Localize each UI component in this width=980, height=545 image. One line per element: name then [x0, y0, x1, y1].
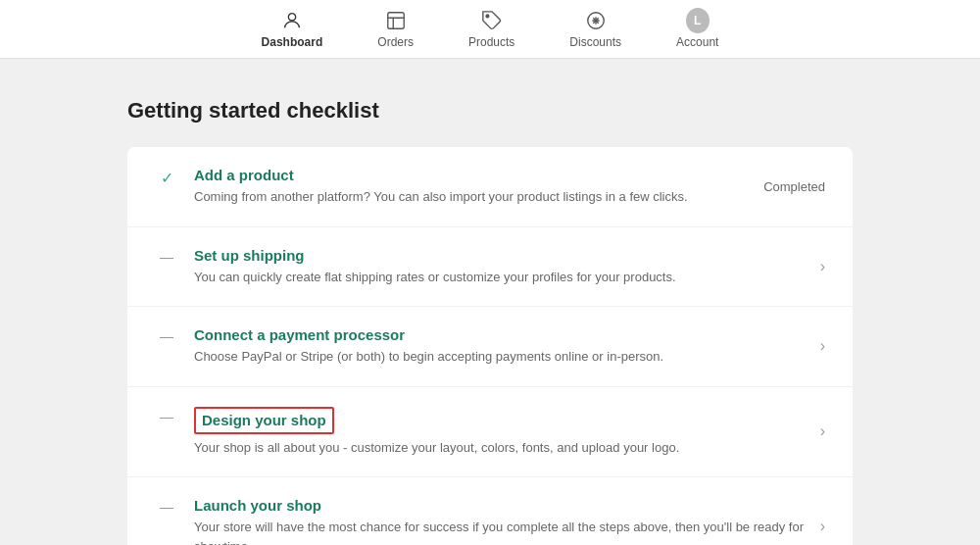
item-desc-add-product: Coming from another platform? You can al… — [194, 187, 748, 207]
nav-label-dashboard: Dashboard — [262, 35, 323, 49]
checklist-card: ✓ Add a product Coming from another plat… — [127, 147, 853, 545]
item-indicator-launch-shop: — — [155, 499, 178, 515]
item-content-connect-payment: Connect a payment processor Choose PayPa… — [194, 326, 805, 367]
checklist-item-launch-shop[interactable]: — Launch your shop Your store will have … — [127, 477, 853, 545]
main-content: Getting started checklist ✓ Add a produc… — [49, 59, 931, 545]
nav-item-products[interactable]: Products — [461, 5, 522, 53]
nav-label-products: Products — [468, 35, 514, 49]
chevron-icon-launch: › — [820, 518, 825, 535]
item-content-launch-shop: Launch your shop Your store will have th… — [194, 497, 805, 545]
chevron-icon-design: › — [820, 422, 825, 440]
item-indicator-design-shop: — — [155, 409, 178, 424]
page-title: Getting started checklist — [127, 98, 853, 124]
nav-label-orders: Orders — [377, 35, 414, 49]
item-content-add-product: Add a product Coming from another platfo… — [194, 167, 748, 207]
item-title-add-product: Add a product — [194, 167, 748, 183]
nav-item-discounts[interactable]: Discounts — [562, 5, 629, 53]
item-desc-connect-payment: Choose PayPal or Stripe (or both) to beg… — [194, 347, 805, 367]
nav-label-account: Account — [676, 35, 718, 49]
nav-item-orders[interactable]: Orders — [369, 5, 421, 53]
checklist-item-setup-shipping[interactable]: — Set up shipping You can quickly create… — [127, 227, 853, 308]
chevron-icon-shipping: › — [820, 258, 825, 275]
svg-point-2 — [486, 15, 489, 18]
top-navigation: Dashboard Orders Products — [0, 0, 980, 59]
account-avatar: L — [686, 8, 710, 33]
svg-rect-1 — [387, 13, 404, 29]
item-indicator-connect-payment: — — [155, 328, 178, 344]
checklist-item-design-shop[interactable]: — Design your shop Your shop is all abou… — [127, 387, 853, 478]
item-title-connect-payment: Connect a payment processor — [194, 326, 805, 343]
item-title-design-shop: Design your shop — [194, 407, 805, 434]
item-content-design-shop: Design your shop Your shop is all about … — [194, 407, 805, 458]
svg-point-0 — [288, 14, 295, 21]
dashboard-icon — [280, 9, 304, 32]
item-desc-setup-shipping: You can quickly create flat shipping rat… — [194, 268, 805, 287]
item-content-setup-shipping: Set up shipping You can quickly create f… — [194, 247, 805, 287]
nav-item-dashboard[interactable]: Dashboard — [254, 5, 331, 53]
item-desc-launch-shop: Your store will have the most chance for… — [194, 518, 805, 545]
checklist-item-add-product[interactable]: ✓ Add a product Coming from another plat… — [127, 147, 853, 227]
nav-label-discounts: Discounts — [569, 35, 621, 49]
item-title-setup-shipping: Set up shipping — [194, 247, 805, 264]
account-icon: L — [686, 9, 710, 32]
products-icon — [480, 9, 504, 32]
chevron-icon-payment: › — [820, 337, 825, 355]
orders-icon — [384, 9, 408, 32]
checklist-item-connect-payment[interactable]: — Connect a payment processor Choose Pay… — [127, 307, 853, 387]
item-indicator-setup-shipping: — — [155, 249, 178, 265]
nav-item-account[interactable]: L Account — [668, 5, 726, 53]
item-desc-design-shop: Your shop is all about you - customize y… — [194, 438, 805, 458]
discounts-icon — [584, 9, 608, 32]
item-status-add-product: Completed — [763, 179, 825, 194]
item-title-launch-shop: Launch your shop — [194, 497, 805, 514]
item-indicator-add-product: ✓ — [155, 169, 178, 187]
